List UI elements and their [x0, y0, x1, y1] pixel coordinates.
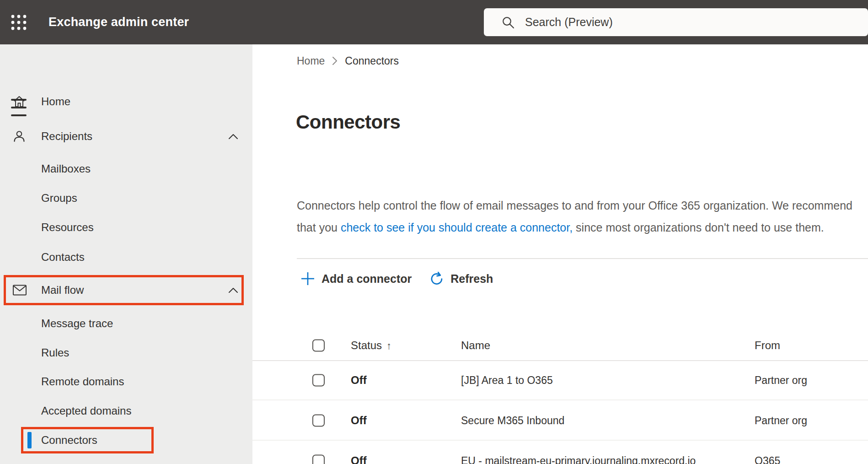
row-name[interactable]: [JB] Area 1 to O365	[461, 374, 553, 387]
row-name[interactable]: EU - mailstream-eu-primary.journaling.mx…	[461, 455, 696, 464]
plus-icon	[300, 271, 316, 286]
sidebar-item-label: Accepted domains	[41, 405, 131, 417]
chevron-up-icon	[228, 286, 239, 294]
sidebar-item-label: Recipients	[41, 130, 92, 143]
row-name[interactable]: Secure M365 Inbound	[461, 415, 564, 427]
command-bar: Add a connector Refresh	[300, 267, 493, 291]
sidebar-item-groups[interactable]: Groups	[0, 185, 252, 211]
selected-item-accent-bar	[27, 432, 32, 448]
refresh-label: Refresh	[450, 272, 493, 286]
row-from: O365	[755, 455, 780, 464]
sidebar-item-label: Groups	[41, 192, 77, 205]
table-row[interactable]: Off EU - mailstream-eu-primary.journalin…	[252, 442, 868, 464]
sidebar-item-label: Mailboxes	[41, 162, 91, 175]
sidebar-item-contacts[interactable]: Contacts	[0, 244, 252, 270]
row-checkbox[interactable]	[312, 455, 325, 464]
main-content: Home Connectors Connectors Connectors he…	[252, 44, 868, 464]
create-connector-check-link[interactable]: check to see if you should create a conn…	[341, 221, 573, 234]
sidebar-item-message-trace[interactable]: Message trace	[0, 311, 252, 336]
column-header-status[interactable]: Status↑	[351, 339, 391, 352]
table-header-row: Status↑ Name From	[252, 331, 868, 361]
row-from: Partner org	[755, 415, 807, 427]
row-status: Off	[351, 454, 367, 464]
add-connector-button[interactable]: Add a connector	[300, 271, 412, 286]
sidebar-item-remote-domains[interactable]: Remote domains	[0, 369, 252, 394]
row-status: Off	[351, 374, 367, 387]
breadcrumb: Home Connectors	[297, 54, 399, 68]
column-header-from[interactable]: From	[755, 339, 780, 352]
sidebar-item-connectors[interactable]: Connectors	[0, 427, 252, 453]
row-checkbox[interactable]	[312, 415, 325, 427]
sidebar-item-rules[interactable]: Rules	[0, 340, 252, 366]
sidebar-item-label: Resources	[41, 221, 94, 234]
breadcrumb-current: Connectors	[345, 55, 399, 67]
sidebar-item-mailboxes[interactable]: Mailboxes	[0, 156, 252, 182]
row-status: Off	[351, 414, 367, 427]
waffle-icon	[10, 14, 27, 31]
sidebar-item-label: Rules	[41, 346, 69, 359]
sidebar-item-label: Contacts	[41, 251, 85, 264]
page-description: Connectors help control the flow of emai…	[297, 194, 857, 238]
app-title: Exchange admin center	[48, 0, 189, 44]
sidebar-item-mail-flow[interactable]: Mail flow	[0, 277, 252, 303]
app-launcher-button[interactable]	[6, 10, 31, 35]
sidebar-item-label: Connectors	[41, 434, 97, 447]
select-all-checkbox[interactable]	[312, 340, 325, 352]
search-icon	[501, 16, 515, 29]
left-navigation: Home Recipients Mailboxes Groups Resourc…	[0, 44, 252, 464]
row-from: Partner org	[755, 374, 807, 387]
sidebar-item-label: Remote domains	[41, 375, 124, 388]
chevron-up-icon	[228, 133, 239, 140]
sidebar-item-label: Home	[41, 95, 70, 108]
sidebar-item-recipients[interactable]: Recipients	[0, 124, 252, 149]
description-text: since most organizations don't need to u…	[573, 221, 824, 234]
mail-icon	[12, 284, 27, 296]
person-icon	[12, 129, 26, 143]
breadcrumb-chevron-icon	[332, 56, 338, 65]
top-app-bar: Exchange admin center Search (Preview)	[0, 0, 868, 44]
sidebar-item-resources[interactable]: Resources	[0, 215, 252, 240]
sidebar-item-label: Mail flow	[41, 284, 84, 297]
column-header-name[interactable]: Name	[461, 339, 490, 352]
row-checkbox[interactable]	[312, 374, 325, 387]
refresh-button[interactable]: Refresh	[429, 271, 493, 286]
toolbar-top-divider	[297, 258, 868, 259]
home-icon	[12, 95, 26, 108]
search-input[interactable]: Search (Preview)	[484, 8, 868, 36]
page-title: Connectors	[296, 111, 400, 133]
table-row[interactable]: Off Secure M365 Inbound Partner org	[252, 401, 868, 441]
table-row[interactable]: Off [JB] Area 1 to O365 Partner org	[252, 361, 868, 400]
sidebar-item-accepted-domains[interactable]: Accepted domains	[0, 398, 252, 424]
refresh-icon	[429, 271, 445, 286]
breadcrumb-home-link[interactable]: Home	[297, 55, 325, 67]
search-placeholder-text: Search (Preview)	[525, 16, 613, 29]
sidebar-item-label: Message trace	[41, 317, 113, 330]
sort-ascending-icon: ↑	[386, 340, 391, 351]
sidebar-item-home[interactable]: Home	[0, 89, 252, 114]
add-connector-label: Add a connector	[321, 272, 412, 286]
